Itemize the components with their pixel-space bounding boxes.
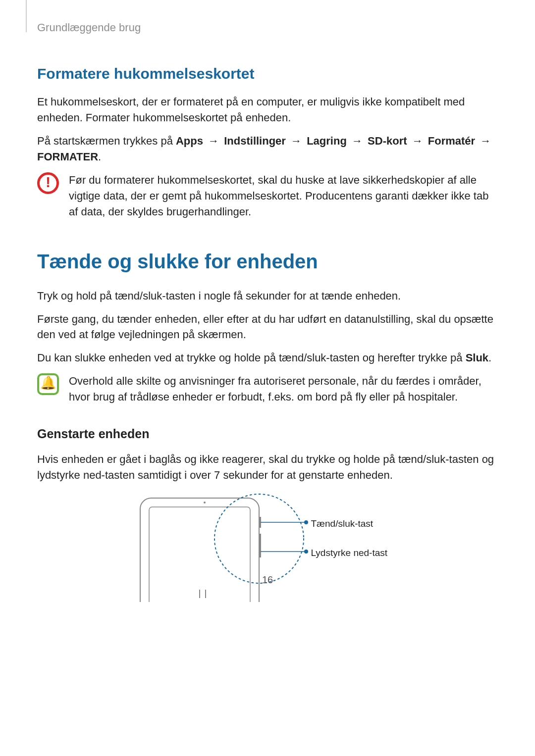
p-power-3b: Sluk bbox=[466, 352, 488, 364]
note-bell-text: Overhold alle skilte og anvisninger fra … bbox=[69, 373, 500, 405]
warning-icon: ! bbox=[37, 172, 59, 194]
bell-icon: 🔔 bbox=[37, 373, 59, 395]
path-format-confirm: FORMATER bbox=[37, 151, 98, 163]
note-warning-text: Før du formaterer hukommelseskortet, ska… bbox=[69, 172, 500, 220]
label-power-key: Tænd/sluk-tast bbox=[311, 517, 374, 531]
path-format: Formatér bbox=[428, 135, 475, 147]
path-settings: Indstillinger bbox=[224, 135, 286, 147]
svg-point-8 bbox=[304, 550, 308, 554]
arrow-icon: → bbox=[350, 135, 365, 147]
label-voldown-key: Lydstyrke ned-tast bbox=[311, 546, 388, 560]
path-sdcard: SD-kort bbox=[368, 135, 407, 147]
arrow-icon: → bbox=[478, 135, 493, 147]
path-storage: Lagring bbox=[307, 135, 347, 147]
h3-restart: Genstarte enheden bbox=[37, 425, 500, 443]
p-power-3c: . bbox=[488, 352, 491, 364]
header-rule bbox=[26, 0, 27, 32]
page-number: 16 bbox=[262, 573, 273, 587]
svg-point-2 bbox=[204, 502, 206, 504]
p-format-path-lead: På startskærmen trykkes på bbox=[37, 135, 176, 147]
svg-rect-1 bbox=[149, 507, 250, 602]
arrow-icon: → bbox=[206, 135, 221, 147]
path-apps: Apps bbox=[176, 135, 203, 147]
p-power-3a: Du kan slukke enheden ved at trykke og h… bbox=[37, 352, 466, 364]
svg-point-6 bbox=[304, 520, 308, 524]
svg-rect-4 bbox=[259, 534, 261, 557]
p-power-3: Du kan slukke enheden ved at trykke og h… bbox=[37, 350, 500, 366]
p-format-intro: Et hukommelseskort, der er formateret på… bbox=[37, 94, 500, 126]
running-header: Grundlæggende brug bbox=[37, 20, 500, 36]
note-warning: ! Før du formaterer hukommelseskortet, s… bbox=[37, 172, 500, 220]
note-bell: 🔔 Overhold alle skilte og anvisninger fr… bbox=[37, 373, 500, 405]
p-format-path: På startskærmen trykkes på Apps → Indsti… bbox=[37, 133, 500, 165]
p-power-1: Tryk og hold på tænd/sluk-tasten i nogle… bbox=[37, 288, 500, 304]
svg-rect-0 bbox=[140, 498, 259, 602]
arrow-icon: → bbox=[410, 135, 425, 147]
h2-format-card: Formatere hukommelseskortet bbox=[37, 63, 500, 85]
p-restart: Hvis enheden er gået i baglås og ikke re… bbox=[37, 452, 500, 483]
arrow-icon: → bbox=[289, 135, 304, 147]
p-power-2: Første gang, du tænder enheden, eller ef… bbox=[37, 311, 500, 343]
h1-power: Tænde og slukke for enheden bbox=[37, 247, 500, 276]
